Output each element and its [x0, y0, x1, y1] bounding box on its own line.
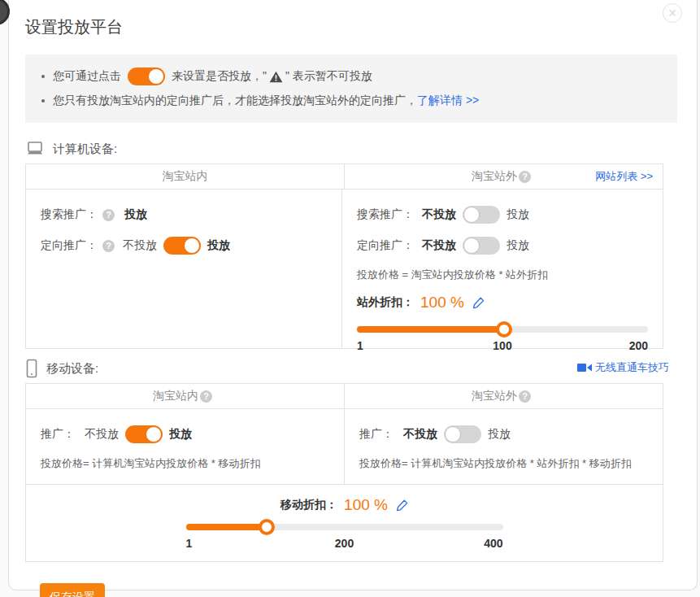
- mobile-discount-slider: 1 200 400: [186, 524, 503, 551]
- mobile-offsite-formula: 投放价格= 计算机淘宝站内投放价格 * 站外折扣 * 移动折扣: [359, 456, 648, 471]
- computer-onsite-target-row: 定向推广： ? 不投放 投放: [41, 233, 327, 258]
- help-icon[interactable]: ?: [102, 209, 115, 221]
- slider-max-label: 200: [629, 339, 648, 352]
- page-title: 设置投放平台: [25, 16, 697, 38]
- mobile-table: 淘宝站内 ? 淘宝站外 ? 推广：: [25, 383, 663, 562]
- row-label: 推广：: [41, 427, 75, 442]
- notice-1-pre: 您可通过点击: [53, 69, 121, 84]
- mobile-discount-line: 移动折扣： 100 %: [186, 496, 503, 514]
- slider-labels: 1 100 200: [357, 339, 648, 354]
- off-label: 不投放: [85, 427, 119, 442]
- warning-icon: [269, 71, 283, 83]
- notice-box: 您可通过点击 来设置是否投放，" " 表示暂不可投放: [25, 54, 677, 123]
- save-settings-button[interactable]: 保存设置: [40, 583, 105, 597]
- wireless-tips-link[interactable]: 无线直通车技巧: [577, 360, 669, 375]
- mobile-onsite-header: 淘宝站内 ?: [26, 384, 344, 408]
- computer-offsite-header: 淘宝站外 ? 网站列表 >>: [344, 164, 663, 189]
- mobile-onsite-toggle[interactable]: [125, 425, 163, 443]
- mobile-offsite-header: 淘宝站外 ?: [344, 384, 663, 408]
- slider-mid-label: 200: [335, 537, 354, 550]
- row-label: 定向推广：: [41, 238, 98, 253]
- mobile-onsite-header-label: 淘宝站内: [153, 389, 198, 403]
- computer-onsite-header-label: 淘宝站内: [163, 169, 208, 184]
- slider-fill: [357, 326, 504, 333]
- learn-more-link[interactable]: 了解详情 >>: [417, 94, 479, 108]
- edit-pencil-icon[interactable]: [472, 297, 485, 309]
- computer-onsite-header: 淘宝站内: [26, 164, 344, 189]
- offsite-discount-slider: 1 100 200: [357, 326, 648, 354]
- notice-line-2: 您只有投放淘宝站内的定向推广后，才能选择投放淘宝站外的定向推广， 了解详情 >>: [38, 89, 664, 113]
- computer-onsite-cell: 搜索推广： ? 投放 定向推广： ? 不投放 投放: [26, 190, 341, 349]
- website-list-link[interactable]: 网站列表 >>: [595, 169, 653, 184]
- set-platform-dialog: ✕ 设置投放平台 您可通过点击 来设置是否投放，": [8, 0, 698, 590]
- computer-section-title: 计算机设备:: [53, 142, 117, 157]
- off-label: 不投放: [403, 427, 437, 442]
- bullet-icon: [41, 75, 45, 78]
- slider-handle[interactable]: [259, 519, 275, 535]
- computer-offsite-search-row: 搜索推广： 不投放 投放: [357, 203, 648, 227]
- offsite-discount-label: 站外折扣：: [357, 295, 414, 310]
- mobile-offsite-header-label: 淘宝站外: [472, 389, 517, 403]
- help-icon[interactable]: ?: [519, 171, 531, 183]
- demo-toggle[interactable]: [128, 68, 165, 85]
- slider-labels: 1 200 400: [186, 537, 503, 551]
- computer-offsite-target-toggle[interactable]: [463, 237, 500, 255]
- toggle-knob: [463, 207, 480, 223]
- computer-table-header: 淘宝站内 淘宝站外 ? 网站列表 >>: [26, 164, 663, 190]
- video-icon: [577, 363, 592, 373]
- mobile-onsite-promo-row: 推广： 不投放 投放: [41, 422, 329, 447]
- mobile-offsite-toggle[interactable]: [444, 425, 481, 443]
- mobile-discount-value: 100 %: [344, 496, 388, 514]
- slider-fill: [186, 524, 267, 530]
- on-label: 投放: [207, 238, 230, 253]
- row-label: 搜索推广：: [41, 207, 98, 222]
- toggle-knob: [445, 426, 461, 442]
- row-label: 推广：: [359, 427, 393, 442]
- on-label: 投放: [169, 427, 192, 442]
- computer-offsite-header-label: 淘宝站外: [472, 169, 517, 184]
- computer-onsite-target-toggle[interactable]: [163, 237, 201, 255]
- edit-pencil-icon[interactable]: [396, 499, 408, 512]
- mobile-offsite-cell: 推广： 不投放 投放 投放价格= 计算机淘宝站内投放价格 * 站外折扣 * 移动…: [344, 409, 663, 484]
- mobile-section-title: 移动设备:: [46, 361, 98, 377]
- mobile-onsite-formula: 投放价格= 计算机淘宝站内投放价格 * 移动折扣: [41, 456, 329, 471]
- mobile-discount-label: 移动折扣：: [280, 498, 337, 512]
- toggle-knob: [146, 426, 162, 442]
- computer-offsite-target-row: 定向推广： 不投放 投放: [357, 233, 648, 258]
- search-status-text: 投放: [124, 207, 147, 222]
- computer-section-header: 计算机设备:: [25, 134, 677, 163]
- on-label: 投放: [507, 207, 529, 222]
- offsite-discount-value: 100 %: [420, 294, 464, 312]
- off-label: 不投放: [422, 238, 456, 253]
- page-background: ✕ 设置投放平台 您可通过点击 来设置是否投放，": [0, 0, 700, 597]
- slider-track[interactable]: [186, 524, 503, 530]
- toggle-knob: [148, 68, 164, 85]
- off-label: 不投放: [123, 238, 157, 253]
- notice-2-text: 您只有投放淘宝站内的定向推广后，才能选择投放淘宝站外的定向推广，: [53, 94, 417, 108]
- on-label: 投放: [488, 427, 511, 442]
- help-icon[interactable]: ?: [519, 390, 531, 403]
- phone-icon: [25, 359, 38, 378]
- row-label: 定向推广：: [357, 238, 414, 253]
- toggle-knob: [184, 237, 200, 254]
- notice-1-post: " 表示暂不可投放: [285, 69, 372, 84]
- offsite-price-formula: 投放价格 = 淘宝站内投放价格 * 站外折扣: [357, 268, 648, 282]
- notice-line-1: 您可通过点击 来设置是否投放，" " 表示暂不可投放: [38, 64, 664, 89]
- mobile-discount-band: 移动折扣： 100 %: [26, 484, 663, 561]
- off-label: 不投放: [422, 207, 456, 222]
- mobile-section-header: 移动设备: 无线直通车技巧: [25, 354, 677, 383]
- slider-track[interactable]: [357, 326, 648, 333]
- help-icon[interactable]: ?: [102, 240, 115, 252]
- help-icon[interactable]: ?: [200, 390, 212, 403]
- mobile-onsite-cell: 推广： 不投放 投放 投放价格= 计算机淘宝站内投放价格 * 移动折扣: [26, 409, 344, 484]
- slider-mid-label: 100: [493, 339, 511, 352]
- computer-offsite-search-toggle[interactable]: [463, 206, 500, 224]
- slider-min-label: 1: [357, 339, 363, 352]
- wireless-tips-label: 无线直通车技巧: [595, 360, 669, 375]
- bullet-icon: [41, 99, 45, 102]
- computer-offsite-cell: 搜索推广： 不投放 投放 定向推广： 不投放: [341, 190, 663, 349]
- row-label: 搜索推广：: [357, 207, 414, 222]
- computer-table: 淘宝站内 淘宝站外 ? 网站列表 >> 搜索推广：: [25, 163, 663, 349]
- slider-min-label: 1: [186, 537, 193, 550]
- slider-handle[interactable]: [496, 321, 512, 338]
